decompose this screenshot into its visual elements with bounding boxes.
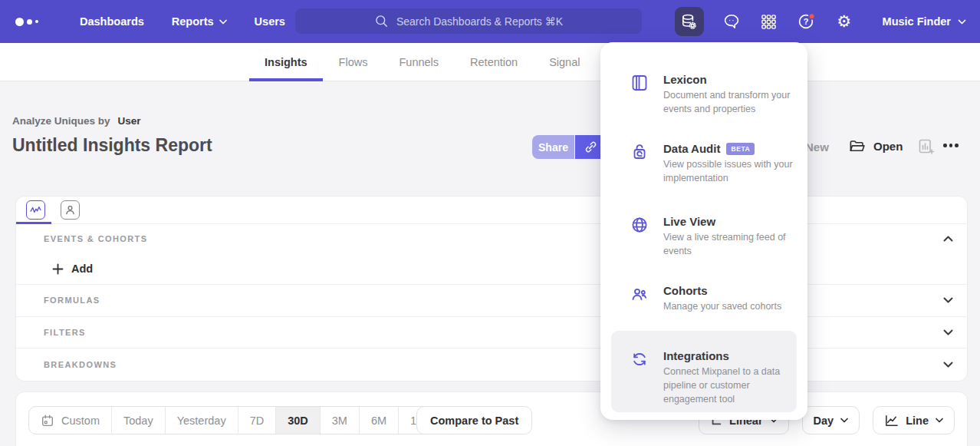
chevron-up-icon[interactable] bbox=[943, 236, 953, 242]
line-chart-icon bbox=[884, 413, 899, 428]
new-report-button[interactable]: New bbox=[805, 140, 829, 154]
section-breakdowns[interactable]: BREAKDOWNS bbox=[16, 349, 967, 381]
tab-insights[interactable]: Insights bbox=[265, 43, 307, 81]
cohorts-people-icon bbox=[630, 284, 649, 314]
section-formulas[interactable]: FORMULAS bbox=[16, 285, 967, 317]
menu-item-description: View a live streaming feed of events bbox=[663, 231, 795, 259]
range-today[interactable]: Today bbox=[111, 407, 165, 434]
more-options-button[interactable] bbox=[943, 144, 959, 147]
search-icon bbox=[374, 14, 389, 28]
report-tabbar: Insights Flows Funnels Retention Signal … bbox=[0, 43, 980, 81]
chevron-down-icon bbox=[219, 19, 227, 25]
nav-link-label: Users bbox=[255, 15, 285, 28]
range-6m[interactable]: 6M bbox=[359, 407, 398, 434]
date-range-segmented-control: Custom Today Yesterday 7D 30D 3M 6M 12M bbox=[28, 406, 444, 434]
chevron-down-icon bbox=[936, 418, 943, 423]
menu-item-description: Document and transform your events and p… bbox=[663, 89, 795, 117]
range-label: Custom bbox=[61, 415, 100, 427]
section-events-cohorts[interactable]: EVENTS & COHORTS bbox=[16, 224, 967, 253]
open-report-button[interactable]: Open bbox=[848, 137, 903, 155]
add-label: Add bbox=[71, 263, 93, 275]
query-builder-card: EVENTS & COHORTS Add FORMULAS FILTERS BR… bbox=[15, 196, 968, 382]
section-filters[interactable]: FILTERS bbox=[16, 317, 967, 349]
menu-item-lexicon[interactable]: Lexicon Document and transform your even… bbox=[600, 73, 807, 117]
analyze-entity-selector[interactable]: User bbox=[118, 115, 141, 127]
section-label: BREAKDOWNS bbox=[44, 360, 117, 369]
nav-link-label: Reports bbox=[172, 15, 214, 28]
tab-signal[interactable]: Signal bbox=[549, 43, 580, 81]
analyze-prefix: Analyze Uniques by bbox=[12, 115, 110, 127]
range-7d[interactable]: 7D bbox=[238, 407, 276, 434]
report-title: Untitled Insights Report bbox=[12, 135, 212, 156]
project-name: Music Finder bbox=[883, 15, 951, 28]
nav-link-label: Dashboards bbox=[80, 15, 144, 28]
nav-link-users[interactable]: Users bbox=[255, 15, 285, 28]
data-management-dropdown: Lexicon Document and transform your even… bbox=[600, 42, 807, 420]
chevron-down-icon[interactable] bbox=[943, 329, 953, 335]
calendar-icon bbox=[41, 414, 54, 428]
range-yesterday[interactable]: Yesterday bbox=[165, 407, 238, 434]
chevron-down-icon[interactable] bbox=[943, 362, 953, 368]
menu-item-data-audit[interactable]: Data Audit BETA View possible issues wit… bbox=[600, 142, 807, 186]
top-nav: Dashboards Reports Users Search Dashboar… bbox=[0, 0, 980, 43]
data-management-icon[interactable] bbox=[675, 7, 704, 36]
interval-dropdown[interactable]: Day bbox=[802, 406, 860, 434]
time-controls-card: Custom Today Yesterday 7D 30D 3M 6M 12M … bbox=[15, 391, 968, 446]
search-input[interactable]: Search Dashboards & Reports ⌘K bbox=[295, 8, 642, 34]
range-30d[interactable]: 30D bbox=[275, 407, 320, 434]
open-label: Open bbox=[873, 140, 903, 153]
add-event-button[interactable]: Add bbox=[52, 263, 93, 275]
range-3m[interactable]: 3M bbox=[320, 407, 359, 434]
chevron-down-icon bbox=[958, 19, 966, 25]
chart-type-dropdown[interactable]: Line bbox=[873, 406, 955, 434]
menu-item-live-view[interactable]: Live View View a live streaming feed of … bbox=[600, 215, 807, 259]
range-custom[interactable]: Custom bbox=[29, 407, 111, 434]
add-to-dashboard-icon[interactable] bbox=[917, 137, 936, 156]
tab-retention[interactable]: Retention bbox=[470, 43, 518, 81]
apps-grid-icon[interactable] bbox=[759, 12, 779, 31]
menu-item-description: Manage your saved cohorts bbox=[663, 300, 795, 314]
lexicon-icon bbox=[630, 73, 649, 117]
menu-item-title: Live View bbox=[663, 215, 715, 228]
link-icon bbox=[583, 139, 599, 155]
menu-item-title: Data Audit bbox=[663, 142, 720, 155]
data-audit-icon bbox=[630, 142, 649, 186]
beta-badge: BETA bbox=[726, 143, 755, 155]
analyze-context: Analyze Uniques by User bbox=[12, 115, 141, 127]
search-placeholder: Search Dashboards & Reports ⌘K bbox=[396, 15, 563, 28]
menu-item-title: Integrations bbox=[663, 349, 729, 362]
project-switcher[interactable]: Music Finder bbox=[883, 15, 966, 28]
tab-flows[interactable]: Flows bbox=[339, 43, 368, 81]
menu-item-description: Connect Mixpanel to a data pipeline or c… bbox=[663, 365, 795, 406]
menu-item-title: Lexicon bbox=[663, 73, 707, 86]
interval-label: Day bbox=[814, 415, 834, 427]
mixpanel-logo-icon[interactable] bbox=[15, 18, 52, 26]
plus-icon bbox=[52, 263, 64, 275]
tab-user-profile-icon[interactable] bbox=[61, 200, 80, 220]
menu-item-cohorts[interactable]: Cohorts Manage your saved cohorts bbox=[600, 284, 807, 314]
menu-item-integrations[interactable]: Integrations Connect Mixpanel to a data … bbox=[611, 331, 797, 412]
live-view-globe-icon bbox=[630, 215, 649, 259]
section-label: FILTERS bbox=[44, 328, 86, 337]
tab-metrics-chart-icon[interactable] bbox=[26, 200, 45, 220]
chevron-down-icon bbox=[840, 418, 848, 423]
chevron-down-icon[interactable] bbox=[943, 297, 953, 303]
share-button[interactable]: Share bbox=[532, 135, 574, 159]
menu-item-title: Cohorts bbox=[663, 284, 708, 297]
builder-icon-tabs bbox=[16, 197, 967, 224]
section-label: FORMULAS bbox=[44, 296, 100, 305]
nav-link-reports[interactable]: Reports bbox=[172, 15, 227, 28]
tab-funnels[interactable]: Funnels bbox=[399, 43, 439, 81]
folder-icon bbox=[848, 137, 866, 155]
menu-item-description: View possible issues with your implement… bbox=[663, 158, 795, 186]
section-label: EVENTS & COHORTS bbox=[44, 234, 147, 243]
nav-link-dashboards[interactable]: Dashboards bbox=[80, 15, 144, 28]
chart-type-label: Line bbox=[906, 415, 929, 427]
help-icon[interactable]: ? bbox=[797, 12, 817, 31]
svg-text:?: ? bbox=[803, 17, 808, 26]
compare-to-past-button[interactable]: Compare to Past bbox=[416, 406, 532, 434]
integrations-sync-icon bbox=[630, 349, 649, 412]
settings-gear-icon[interactable]: ⚙ bbox=[834, 12, 854, 31]
messages-icon[interactable] bbox=[722, 12, 742, 31]
